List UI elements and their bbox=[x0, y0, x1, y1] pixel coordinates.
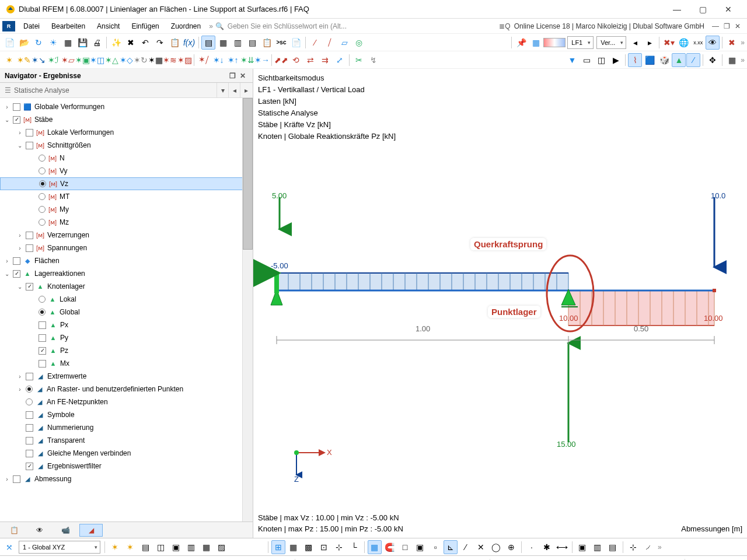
tb-prev[interactable]: ◂ bbox=[628, 36, 642, 50]
tb-delres[interactable]: ✖▾ bbox=[662, 36, 676, 50]
expand-icon[interactable]: › bbox=[16, 232, 23, 239]
tree-row-29[interactable]: ›◢Abmessung bbox=[0, 473, 253, 485]
tree-row-22[interactable]: ›◢An Raster- und benutzerdefinierten Pun… bbox=[0, 383, 253, 396]
checkbox[interactable] bbox=[13, 103, 20, 111]
cs-combo[interactable]: 1 - Global XYZ bbox=[19, 541, 100, 554]
tree-row-4[interactable]: [ᴍ]N bbox=[0, 152, 253, 164]
tb-table1[interactable]: ▤ bbox=[201, 36, 215, 50]
radio[interactable] bbox=[26, 386, 33, 393]
btb-cross-icon[interactable]: ✕ bbox=[474, 540, 488, 554]
btb-ortho-icon[interactable]: └ bbox=[347, 540, 361, 554]
tb2-filter[interactable]: ▼ bbox=[565, 53, 579, 67]
tb2-trans1[interactable]: ⬈⬈ bbox=[274, 53, 288, 67]
tb2-spring[interactable]: ✶≋ bbox=[163, 53, 177, 67]
tb2-colors[interactable]: 🟦 bbox=[643, 53, 657, 67]
tree-row-18[interactable]: ▲Py bbox=[0, 331, 253, 344]
tb-delete[interactable]: ✖ bbox=[124, 36, 138, 50]
btb-asterisk-icon[interactable]: ✱ bbox=[540, 540, 554, 554]
checkbox[interactable] bbox=[26, 450, 33, 457]
minimize-button[interactable]: — bbox=[664, 5, 690, 14]
tree-row-20[interactable]: ▲Mx bbox=[0, 357, 253, 370]
tb2-line-v[interactable]: ∕ bbox=[686, 53, 700, 67]
tree-row-14[interactable]: ⌄▲Knotenlager bbox=[0, 280, 253, 293]
tree-row-27[interactable]: ◢Gleiche Mengen verbinden bbox=[0, 447, 253, 460]
mdi-minimize[interactable]: — bbox=[710, 22, 721, 30]
close-button[interactable]: ✕ bbox=[715, 5, 741, 14]
result-tree[interactable]: ›🟦Globale Verformungen⌄[ᴍ]Stäbe›[ᴍ]Lokal… bbox=[0, 98, 253, 522]
tb2-up[interactable]: ✶↑ bbox=[226, 53, 240, 67]
tb2-ld[interactable]: ✶⇊ bbox=[240, 53, 254, 67]
btb-box1-icon[interactable]: ▣ bbox=[575, 540, 589, 554]
checkbox[interactable] bbox=[39, 321, 46, 329]
tb-new[interactable]: 📄 bbox=[2, 36, 16, 50]
tb2-dice[interactable]: 🎲 bbox=[657, 53, 671, 67]
checkbox[interactable] bbox=[13, 116, 20, 124]
tb-blocks[interactable]: ▦ bbox=[61, 36, 75, 50]
tb-line1[interactable]: ∕ bbox=[308, 36, 322, 50]
combo-dropdown-icon[interactable]: ▾ bbox=[217, 83, 228, 97]
tree-row-8[interactable]: [ᴍ]My bbox=[0, 203, 253, 216]
tb2-surface[interactable]: ✶▱ bbox=[61, 53, 75, 67]
checkbox[interactable] bbox=[26, 463, 33, 470]
checkbox[interactable] bbox=[26, 411, 33, 419]
checkbox[interactable] bbox=[39, 347, 46, 355]
tb-global[interactable]: 🌐 bbox=[676, 36, 690, 50]
nav-tab-camera-icon[interactable]: 📹 bbox=[54, 524, 77, 537]
btb-magnet-icon[interactable]: 🧲 bbox=[383, 540, 397, 554]
tree-row-5[interactable]: [ᴍ]Vy bbox=[0, 164, 253, 177]
radio[interactable] bbox=[39, 155, 46, 162]
btb-dim-icon[interactable]: ⟷ bbox=[555, 540, 569, 554]
tb-form[interactable]: ▤ bbox=[245, 36, 259, 50]
tree-row-1[interactable]: ⌄[ᴍ]Stäbe bbox=[0, 113, 253, 126]
tree-row-17[interactable]: ▲Px bbox=[0, 318, 253, 331]
tree-scrollbar[interactable] bbox=[242, 98, 253, 522]
tree-row-16[interactable]: ▲Global bbox=[0, 306, 253, 318]
expand-icon[interactable]: › bbox=[16, 386, 23, 393]
btb-wire[interactable]: ▦ bbox=[199, 540, 213, 554]
tb2-trans3[interactable]: ⇄ bbox=[303, 53, 317, 67]
tb2-force[interactable]: ✶→ bbox=[255, 53, 269, 67]
mdi-close[interactable]: ✕ bbox=[733, 22, 742, 30]
menu-einfuegen[interactable]: Einfügen bbox=[125, 20, 165, 32]
tree-row-11[interactable]: ›[ᴍ]Spannungen bbox=[0, 242, 253, 254]
checkbox[interactable] bbox=[26, 244, 33, 252]
loadcase-combo-2[interactable]: Ver... bbox=[596, 36, 626, 49]
tb-eye[interactable]: 👁 bbox=[706, 36, 720, 50]
btb-cs-icon[interactable]: ⤧ bbox=[2, 540, 16, 554]
menu-datei[interactable]: Datei bbox=[18, 20, 46, 32]
menu-zuordnen[interactable]: Zuordnen bbox=[165, 20, 207, 32]
btb-side[interactable]: ▥ bbox=[184, 540, 198, 554]
btb-mid[interactable]: ▣ bbox=[413, 540, 427, 554]
tb-next[interactable]: ▸ bbox=[643, 36, 657, 50]
tb2-hinge[interactable]: ✶◇ bbox=[119, 53, 133, 67]
tb2-click[interactable]: ✥ bbox=[706, 53, 720, 67]
tree-row-25[interactable]: ◢Nummerierung bbox=[0, 421, 253, 434]
tb2-node[interactable]: ✶ bbox=[2, 53, 16, 67]
expand-icon[interactable]: ⌄ bbox=[4, 271, 11, 277]
tree-row-0[interactable]: ›🟦Globale Verformungen bbox=[0, 100, 253, 113]
btb-guide1-icon[interactable]: ⊹ bbox=[626, 540, 640, 554]
tb-cube[interactable]: ▦ bbox=[529, 36, 543, 50]
expand-icon[interactable]: › bbox=[16, 245, 23, 251]
tree-row-10[interactable]: ›[ᴍ]Verzerrungen bbox=[0, 229, 253, 242]
menu-bearbeiten[interactable]: Bearbeiten bbox=[46, 20, 91, 32]
tb2-solid[interactable]: ✶▣ bbox=[75, 53, 89, 67]
checkbox[interactable] bbox=[26, 142, 33, 149]
tb-undo[interactable]: ↶ bbox=[138, 36, 152, 50]
navigator-close-icon[interactable]: ✕ bbox=[238, 72, 248, 80]
checkbox[interactable] bbox=[26, 373, 33, 380]
btb-layers[interactable]: ▤ bbox=[138, 540, 152, 554]
tb-redo[interactable]: ↷ bbox=[153, 36, 167, 50]
maximize-button[interactable]: ▢ bbox=[690, 5, 715, 14]
navigator-pin-icon[interactable]: ❐ bbox=[227, 72, 238, 80]
tb-line2[interactable]: ⧸ bbox=[323, 36, 337, 50]
tb-rect[interactable]: ▱ bbox=[337, 36, 351, 50]
tb-save[interactable]: 💾 bbox=[75, 36, 89, 50]
btb-line[interactable]: ∕ bbox=[459, 540, 473, 554]
checkbox[interactable] bbox=[26, 129, 33, 136]
checkbox[interactable] bbox=[26, 424, 33, 432]
checkbox[interactable] bbox=[39, 360, 46, 368]
tb-fx[interactable]: f(x) bbox=[182, 36, 196, 50]
tb-doc[interactable]: 📄 bbox=[289, 36, 303, 50]
tb2-opening[interactable]: ✶◫ bbox=[90, 53, 104, 67]
